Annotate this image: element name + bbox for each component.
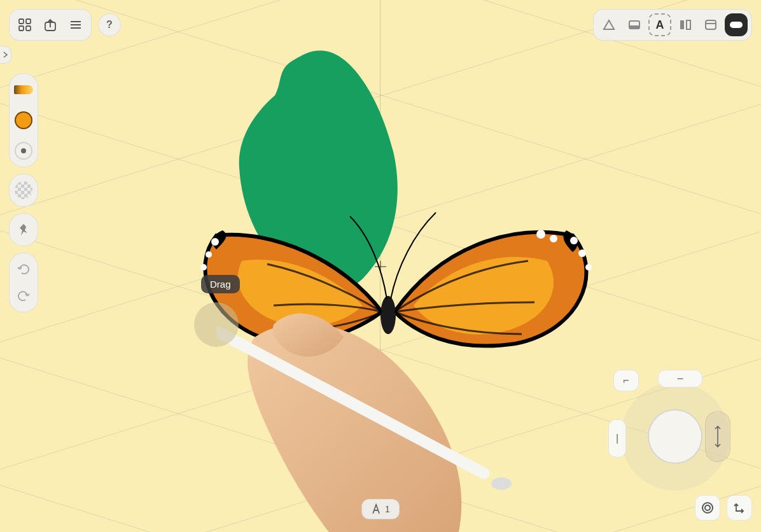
scroll-icon xyxy=(713,424,723,449)
mirror-icon xyxy=(679,19,692,31)
svg-rect-35 xyxy=(706,20,716,29)
left-tool-panel xyxy=(9,45,38,312)
brush-cursor xyxy=(194,302,239,347)
nav-vertical-button[interactable]: | xyxy=(608,419,626,458)
checker-icon xyxy=(15,181,32,199)
toolbar-top-right: A xyxy=(593,9,752,41)
brush-tool[interactable] xyxy=(13,79,34,101)
text-tool-button[interactable]: A xyxy=(648,13,671,36)
svg-point-38 xyxy=(702,503,713,513)
page-a-icon xyxy=(371,503,381,515)
help-button[interactable]: ? xyxy=(98,13,121,36)
undo-button[interactable] xyxy=(13,258,34,280)
svg-rect-33 xyxy=(680,20,684,29)
color-swatch-icon xyxy=(15,111,32,129)
pill-icon xyxy=(729,21,743,29)
bar-icon: | xyxy=(616,433,618,444)
help-icon: ? xyxy=(106,19,113,31)
undo-icon xyxy=(17,264,31,274)
tool-pill-history xyxy=(9,253,38,312)
panel-view-button[interactable] xyxy=(623,13,646,36)
brush-preview-icon xyxy=(14,85,33,94)
nav-scroll-button[interactable] xyxy=(705,411,730,462)
redo-icon xyxy=(17,291,31,301)
axes-button[interactable] xyxy=(727,495,752,521)
export-button[interactable] xyxy=(39,13,62,36)
nav-cluster: ⌐ − | xyxy=(608,370,742,503)
svg-rect-25 xyxy=(19,26,24,31)
record-button[interactable] xyxy=(695,495,720,521)
tool-pill-pin xyxy=(9,213,38,246)
svg-rect-37 xyxy=(730,22,743,28)
hamburger-icon xyxy=(69,20,82,30)
nav-joystick[interactable] xyxy=(648,409,702,464)
panel-icon xyxy=(628,20,641,30)
size-tool[interactable] xyxy=(13,140,34,162)
triangle-icon xyxy=(603,19,615,31)
svg-rect-32 xyxy=(629,25,639,29)
svg-point-19 xyxy=(550,235,557,242)
letter-a-icon: A xyxy=(656,18,664,32)
nav-zoom-out-button[interactable]: − xyxy=(658,370,702,388)
svg-point-39 xyxy=(705,505,710,510)
drag-tooltip: Drag xyxy=(201,275,240,293)
redo-button[interactable] xyxy=(13,285,34,307)
toolbar-group-main xyxy=(9,9,92,41)
tool-pill-brush xyxy=(9,73,38,167)
window-icon xyxy=(704,19,717,31)
pin-tool[interactable] xyxy=(13,219,34,241)
toolbar-group-view: A xyxy=(593,9,752,41)
menu-button[interactable] xyxy=(64,13,87,36)
svg-point-13 xyxy=(206,251,212,258)
svg-point-17 xyxy=(585,264,592,270)
color-tool[interactable] xyxy=(13,109,34,131)
apps-button[interactable] xyxy=(13,13,36,36)
minus-icon: − xyxy=(677,372,684,386)
toolbar-top-left: ? xyxy=(9,9,121,41)
svg-rect-23 xyxy=(19,19,24,24)
pin-icon xyxy=(18,223,29,236)
page-number: 1 xyxy=(385,504,390,514)
svg-point-15 xyxy=(570,237,578,244)
pattern-tool[interactable] xyxy=(13,179,34,201)
svg-point-16 xyxy=(578,249,586,257)
upload-icon xyxy=(44,18,57,31)
pill-button[interactable] xyxy=(725,13,748,36)
bottom-right-tools xyxy=(695,495,752,521)
axes-icon xyxy=(734,502,745,514)
window-button[interactable] xyxy=(699,13,722,36)
nav-corner-button[interactable]: ⌐ xyxy=(613,370,639,391)
svg-rect-34 xyxy=(687,20,690,29)
svg-point-22 xyxy=(491,477,512,490)
hand-stylus xyxy=(216,299,522,532)
record-icon xyxy=(701,501,714,514)
size-dot-icon xyxy=(15,142,32,160)
svg-rect-24 xyxy=(26,19,31,24)
tool-pill-pattern xyxy=(9,174,38,207)
page-indicator[interactable]: 1 xyxy=(361,499,400,519)
corner-icon: ⌐ xyxy=(623,375,629,386)
svg-point-12 xyxy=(211,238,219,246)
mirror-button[interactable] xyxy=(674,13,697,36)
grid-icon xyxy=(18,18,31,31)
chevron-right-icon xyxy=(3,52,8,58)
svg-rect-26 xyxy=(26,26,31,31)
triangle-view-button[interactable] xyxy=(597,13,620,36)
svg-point-18 xyxy=(536,230,545,239)
svg-point-14 xyxy=(200,264,207,270)
